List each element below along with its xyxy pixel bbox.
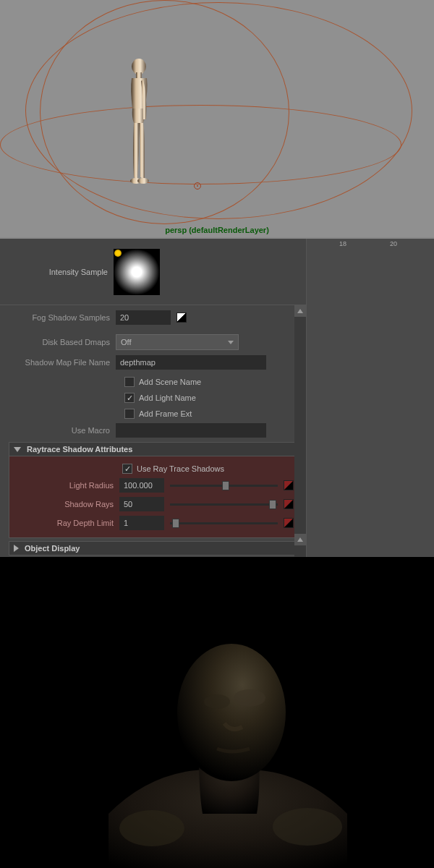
svg-point-7	[119, 810, 184, 846]
scroll-up-button[interactable]	[294, 305, 306, 317]
character-mesh[interactable]	[123, 58, 159, 184]
add-light-name-label: Add Light Name	[139, 393, 196, 402]
chevron-up-icon	[297, 537, 303, 542]
add-light-name-checkbox[interactable]	[124, 393, 135, 403]
chevron-down-icon	[228, 341, 234, 344]
use-macro-input[interactable]	[116, 423, 266, 438]
svg-point-8	[273, 808, 342, 846]
fog-shadow-label: Fog Shadow Samples	[9, 313, 116, 322]
add-frame-ext-label: Add Frame Ext	[139, 409, 192, 418]
ray-depth-input[interactable]	[119, 516, 164, 530]
disk-dmaps-dropdown[interactable]: Off	[116, 334, 239, 350]
viewport-camera-label: persp (defaultRenderLayer)	[165, 226, 269, 234]
shadow-rays-key-icon[interactable]	[284, 499, 294, 509]
disk-dmaps-value: Off	[121, 338, 131, 346]
light-radius-label: Light Radius	[12, 481, 119, 490]
rendered-character	[72, 611, 383, 868]
timeline-ruler[interactable]: 18 20	[306, 239, 434, 557]
fog-shadow-key-icon[interactable]	[176, 312, 187, 323]
shadow-rays-label: Shadow Rays	[12, 500, 119, 509]
intensity-sample-swatch[interactable]	[114, 249, 160, 295]
disk-dmaps-label: Disk Based Dmaps	[9, 338, 116, 346]
light-gizmo-ring	[0, 105, 401, 184]
ruler-tick: 20	[390, 240, 397, 247]
intensity-sample-label: Intensity Sample	[0, 268, 114, 276]
shadow-map-filename-label: Shadow Map File Name	[9, 358, 116, 367]
scroll-up-button[interactable]	[294, 534, 306, 545]
object-display-section-header[interactable]: Object Display	[9, 541, 297, 556]
pivot-icon	[194, 182, 201, 190]
light-radius-input[interactable]	[119, 478, 164, 493]
light-radius-key-icon[interactable]	[284, 480, 294, 490]
raytrace-section-body: Use Ray Trace Shadows Light Radius Shado…	[9, 456, 297, 538]
use-raytrace-checkbox[interactable]	[122, 464, 132, 474]
svg-point-5	[234, 689, 265, 707]
scrollbar[interactable]	[294, 305, 306, 590]
chevron-right-icon	[14, 545, 19, 552]
raytrace-section-label: Raytrace Shadow Attributes	[27, 445, 132, 454]
raytrace-section-header[interactable]: Raytrace Shadow Attributes	[9, 442, 297, 456]
viewport-panel[interactable]: persp (defaultRenderLayer)	[0, 0, 434, 239]
shadow-rays-slider[interactable]	[170, 503, 278, 506]
object-display-label: Object Display	[25, 544, 80, 553]
add-scene-name-label: Add Scene Name	[139, 378, 201, 386]
svg-rect-1	[136, 72, 142, 78]
chevron-down-icon	[14, 447, 21, 452]
chevron-up-icon	[297, 309, 303, 313]
svg-point-3	[137, 178, 149, 184]
render-view[interactable]	[0, 557, 434, 868]
ray-depth-slider[interactable]	[170, 522, 278, 524]
ray-depth-key-icon[interactable]	[284, 518, 294, 528]
use-macro-label: Use Macro	[9, 426, 116, 435]
attribute-editor: Intensity Sample Fog Shadow Samples Disk…	[0, 239, 434, 557]
fog-shadow-input[interactable]	[116, 310, 171, 325]
light-radius-slider[interactable]	[170, 485, 278, 487]
shadow-map-filename-input[interactable]	[116, 355, 266, 370]
ruler-tick: 18	[339, 240, 346, 247]
add-scene-name-checkbox[interactable]	[124, 377, 135, 387]
add-frame-ext-checkbox[interactable]	[124, 409, 135, 419]
svg-point-6	[204, 694, 230, 709]
svg-point-0	[132, 59, 146, 75]
ray-depth-label: Ray Depth Limit	[12, 519, 119, 527]
svg-point-4	[177, 644, 286, 781]
use-raytrace-label: Use Ray Trace Shadows	[137, 464, 224, 473]
shadow-rays-input[interactable]	[119, 497, 164, 511]
